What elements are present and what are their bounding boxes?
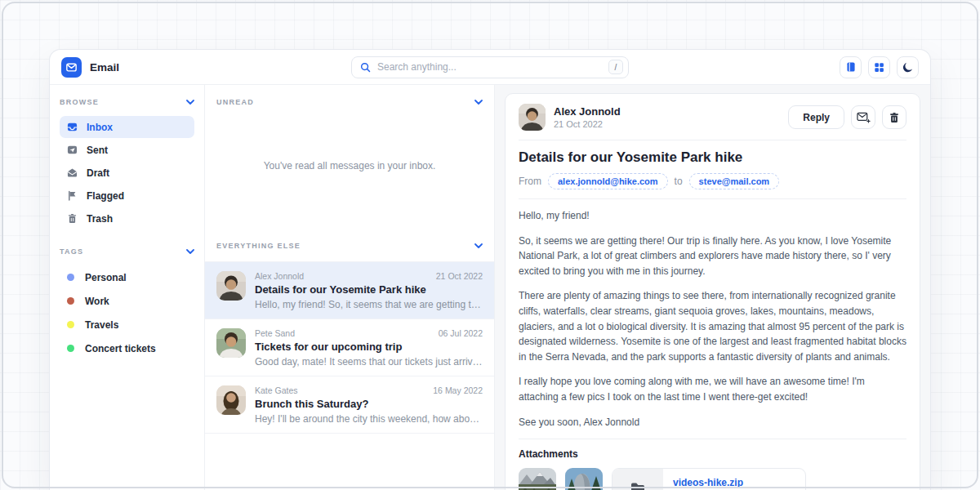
everything-else-section-header: EVERYTHING ELSE (205, 229, 494, 250)
tag-item-concert-tickets[interactable]: Concert tickets (60, 338, 194, 359)
sidebar-item-inbox[interactable]: Inbox (60, 116, 194, 138)
mail-list-item-alex[interactable]: Alex Jonnold 21 Oct 2022 Details for our… (205, 261, 494, 318)
envelope-plus-icon (857, 111, 871, 123)
email-body-paragraph: I really hope you love coming along with… (519, 374, 906, 404)
tag-dot (67, 297, 74, 305)
trash-icon (67, 213, 78, 224)
to-label: to (675, 176, 683, 187)
search-shortcut-badge: / (608, 60, 623, 74)
email-app-window: Email / (49, 49, 931, 490)
browse-nav: Inbox Sent (60, 116, 194, 229)
app-title: Email (90, 61, 119, 74)
email-body: Hello, my friend! So, it seems we are ge… (519, 208, 906, 430)
brand: Email (61, 57, 225, 78)
email-detail-header: Alex Jonnold 21 Oct 2022 Reply (519, 104, 906, 131)
sidebar-item-label: Trash (87, 213, 113, 225)
sent-icon (67, 145, 78, 155)
mail-subject: Details for our Yosemite Park hike (255, 283, 483, 296)
tag-item-travels[interactable]: Travels (60, 314, 194, 335)
detail-date: 21 Oct 2022 (554, 119, 621, 129)
unread-section: UNREAD You've read all messages in your … (205, 85, 494, 229)
tag-item-personal[interactable]: Personal (60, 267, 194, 287)
mail-date: 21 Oct 2022 (436, 271, 483, 281)
chevron-down-icon[interactable] (474, 243, 483, 248)
mail-date: 06 Jul 2022 (439, 328, 483, 338)
mail-list-item-pete[interactable]: Pete Sand 06 Jul 2022 Tickets for our up… (205, 318, 494, 376)
sidebar-item-sent[interactable]: Sent (60, 139, 194, 161)
sidebar-item-label: Flagged (87, 190, 124, 202)
tag-dot (67, 274, 74, 281)
trash-icon (889, 112, 900, 123)
attachments-label: Attachments (519, 448, 906, 460)
everything-else-label: EVERYTHING ELSE (216, 242, 301, 250)
browse-label: BROWSE (60, 98, 99, 106)
mail-subject: Tickets for our upcoming trip (255, 341, 483, 353)
reading-pane: Alex Jonnold 21 Oct 2022 Reply (495, 85, 930, 490)
apps-grid-button[interactable] (868, 56, 890, 78)
email-body-paragraph: There are plenty of amazing things to se… (519, 288, 906, 364)
attachment-photo-valley[interactable] (519, 468, 556, 490)
notebook-icon (845, 61, 857, 73)
tags-label: TAGS (60, 247, 83, 256)
tag-label: Travels (85, 319, 118, 331)
unread-label: UNREAD (216, 98, 254, 106)
tags-section-header: TAGS (60, 247, 194, 256)
flag-icon (67, 190, 78, 201)
sidebar-item-draft[interactable]: Draft (60, 162, 194, 184)
email-detail-card: Alex Jonnold 21 Oct 2022 Reply (505, 93, 920, 490)
attachment-file-card[interactable]: videos-hike.zip 100 MB (612, 468, 806, 490)
detail-sender-name: Alex Jonnold (554, 105, 621, 118)
avatar (519, 104, 546, 131)
mail-list-column: UNREAD You've read all messages in your … (205, 85, 495, 490)
reply-button[interactable]: Reply (788, 105, 844, 129)
mail-sender: Kate Gates (255, 385, 298, 395)
browse-section-header: BROWSE (60, 98, 194, 106)
folder-icon (629, 479, 647, 490)
forward-mail-button[interactable] (851, 105, 875, 129)
dark-mode-button[interactable] (897, 56, 919, 78)
sidebar: BROWSE Inbox (50, 85, 205, 490)
moon-icon (902, 61, 914, 73)
search-icon (360, 62, 371, 73)
to-email-chip[interactable]: steve@mail.com (689, 173, 780, 189)
unread-empty-state: You've read all messages in your inbox. (205, 160, 494, 172)
email-body-paragraph: Hello, my friend! (519, 208, 906, 224)
sidebar-item-label: Sent (87, 145, 108, 156)
chevron-down-icon[interactable] (186, 249, 194, 254)
attachment-photo-half-dome[interactable] (565, 468, 603, 490)
delete-button[interactable] (882, 105, 906, 129)
topbar-actions (755, 56, 919, 78)
attachments-row: videos-hike.zip 100 MB (519, 468, 906, 490)
divider (519, 198, 906, 199)
mail-preview: Hello, my friend! So, it seems that we a… (255, 299, 483, 310)
sidebar-item-label: Draft (87, 167, 109, 179)
sidebar-item-label: Inbox (87, 122, 113, 133)
email-subject: Details for our Yosemite Park hike (519, 149, 906, 166)
mail-list-item-kate[interactable]: Kate Gates 16 May 2022 Brunch this Satur… (205, 376, 494, 434)
sidebar-item-flagged[interactable]: Flagged (60, 185, 194, 207)
mail-date: 16 May 2022 (433, 385, 483, 395)
notebook-button[interactable] (840, 56, 862, 78)
divider (519, 439, 906, 439)
grid-icon (874, 62, 884, 73)
mail-items: Alex Jonnold 21 Oct 2022 Details for our… (205, 261, 494, 434)
search-bar[interactable]: / (351, 56, 629, 78)
attachment-file-name[interactable]: videos-hike.zip (673, 477, 743, 488)
unread-section-header: UNREAD (205, 85, 494, 106)
tag-list: Personal Work Travels Concert tickets (60, 267, 194, 359)
inbox-icon (67, 122, 78, 132)
draft-icon (67, 167, 78, 178)
divider (519, 140, 906, 140)
mail-sender: Pete Sand (255, 328, 295, 338)
chevron-down-icon[interactable] (186, 100, 194, 105)
tag-item-work[interactable]: Work (60, 291, 194, 311)
topbar: Email / (50, 50, 930, 85)
tag-label: Concert tickets (85, 343, 156, 354)
chevron-down-icon[interactable] (474, 100, 483, 105)
sidebar-item-trash[interactable]: Trash (60, 207, 194, 229)
detail-actions: Reply (788, 105, 906, 129)
from-email-chip[interactable]: alex.jonnold@hike.com (548, 173, 668, 189)
avatar (216, 385, 246, 415)
search-input[interactable] (377, 61, 602, 73)
tag-label: Work (85, 296, 109, 307)
